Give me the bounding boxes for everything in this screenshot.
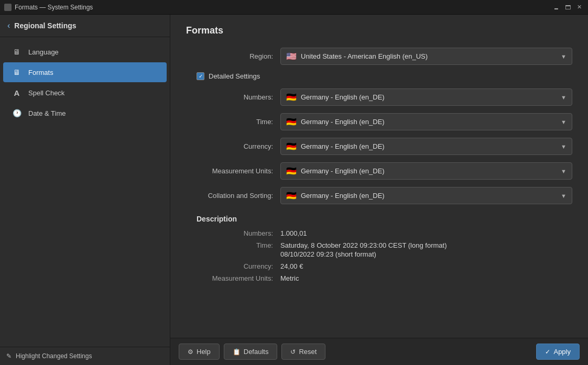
apply-label: Apply [553,348,571,356]
help-icon: ⚙ [188,348,193,356]
desc-numbers-value: 1.000,01 [280,229,572,237]
numbers-dropdown[interactable]: 🇩🇪 Germany - English (en_DE) ▼ [280,89,572,106]
apply-button[interactable]: ✓ Apply [536,344,580,360]
description-section: Description Numbers: 1.000,01 Time: Satu… [186,215,572,282]
desc-currency-value: 24,00 € [280,262,572,270]
collation-sorting-row: Collation and Sorting: 🇩🇪 Germany - Engl… [186,187,572,204]
defaults-label: Defaults [244,348,269,356]
language-icon: 🖥 [12,47,22,57]
currency-dropdown[interactable]: 🇩🇪 Germany - English (en_DE) ▼ [280,138,572,155]
currency-control: 🇩🇪 Germany - English (en_DE) ▼ [280,138,572,155]
reset-label: Reset [299,348,317,356]
collation-sorting-dropdown-left: 🇩🇪 Germany - English (en_DE) [286,191,385,201]
titlebar: Formats — System Settings 🗕 🗖 ✕ [0,0,588,15]
date-time-icon: 🕐 [12,108,22,118]
maximize-button[interactable]: 🗖 [563,3,572,12]
numbers-dropdown-text: Germany - English (en_DE) [301,93,385,101]
time-dropdown-left: 🇩🇪 Germany - English (en_DE) [286,117,385,127]
apply-icon: ✓ [545,348,550,356]
desc-numbers-label: Numbers: [186,229,280,237]
currency-dropdown-left: 🇩🇪 Germany - English (en_DE) [286,141,385,151]
titlebar-controls: 🗕 🗖 ✕ [551,3,584,12]
measurement-units-dropdown[interactable]: 🇩🇪 Germany - English (en_DE) ▼ [280,162,572,180]
numbers-control: 🇩🇪 Germany - English (en_DE) ▼ [280,89,572,106]
collation-sorting-dropdown-text: Germany - English (en_DE) [301,192,385,200]
currency-row: Currency: 🇩🇪 Germany - English (en_DE) ▼ [186,138,572,155]
numbers-label: Numbers: [186,93,280,101]
sidebar-title: Regional Settings [14,21,76,30]
help-button[interactable]: ⚙ Help [179,344,220,360]
collation-sorting-control: 🇩🇪 Germany - English (en_DE) ▼ [280,187,572,204]
numbers-flag: 🇩🇪 [286,92,297,102]
content-area: Formats Region: 🇺🇸 United States - Ameri… [170,15,588,365]
help-label: Help [197,348,211,356]
desc-numbers-row: Numbers: 1.000,01 [186,229,572,237]
app-icon [4,4,12,11]
reset-icon: ↺ [290,348,296,356]
region-chevron-icon: ▼ [561,53,567,60]
region-dropdown-left: 🇺🇸 United States - American English (en_… [286,51,428,61]
region-dropdown-text: United States - American English (en_US) [301,52,428,60]
sidebar: ‹ Regional Settings 🖥 Language 🖥 Formats… [0,15,170,365]
titlebar-left: Formats — System Settings [4,4,93,11]
sidebar-item-date-time[interactable]: 🕐 Date & Time [3,103,167,123]
spell-check-icon: A [12,87,22,98]
region-flag: 🇺🇸 [286,51,297,61]
measurement-units-control: 🇩🇪 Germany - English (en_DE) ▼ [280,162,572,180]
collation-sorting-chevron-icon: ▼ [561,193,567,199]
currency-flag: 🇩🇪 [286,141,297,151]
region-row: Region: 🇺🇸 United States - American Engl… [186,48,572,65]
collation-sorting-label: Collation and Sorting: [186,192,280,200]
time-control: 🇩🇪 Germany - English (en_DE) ▼ [280,113,572,130]
desc-currency-row: Currency: 24,00 € [186,262,572,270]
collation-sorting-dropdown[interactable]: 🇩🇪 Germany - English (en_DE) ▼ [280,187,572,204]
time-flag: 🇩🇪 [286,117,297,127]
measurement-units-label: Measurement Units: [186,167,280,175]
formats-icon: 🖥 [12,67,22,78]
measurement-units-chevron-icon: ▼ [561,168,567,174]
numbers-row: Numbers: 🇩🇪 Germany - English (en_DE) ▼ [186,89,572,106]
time-label: Time: [186,118,280,126]
desc-time-value: Saturday, 8 October 2022 09:23:00 CEST (… [280,241,572,258]
page-title: Formats [186,25,572,36]
time-row: Time: 🇩🇪 Germany - English (en_DE) ▼ [186,113,572,130]
detailed-settings-label: Detailed Settings [209,72,260,80]
defaults-button[interactable]: 📋 Defaults [224,344,278,360]
desc-measurement-row: Measurement Units: Metric [186,274,572,282]
collation-sorting-flag: 🇩🇪 [286,191,297,201]
titlebar-title: Formats — System Settings [15,4,93,11]
sidebar-item-label-date-time: Date & Time [28,109,66,117]
sidebar-item-label-language: Language [28,48,59,56]
desc-measurement-label: Measurement Units: [186,274,280,282]
description-title: Description [197,215,572,223]
sidebar-item-language[interactable]: 🖥 Language [3,42,167,62]
numbers-chevron-icon: ▼ [561,94,567,101]
numbers-dropdown-left: 🇩🇪 Germany - English (en_DE) [286,92,385,102]
desc-measurement-value: Metric [280,274,572,282]
time-dropdown[interactable]: 🇩🇪 Germany - English (en_DE) ▼ [280,113,572,130]
close-button[interactable]: ✕ [574,3,584,12]
measurement-units-dropdown-text: Germany - English (en_DE) [301,167,385,175]
measurement-units-row: Measurement Units: 🇩🇪 Germany - English … [186,162,572,180]
desc-time-short: 08/10/2022 09:23 (short format) [280,250,572,258]
desc-currency-label: Currency: [186,262,280,270]
time-dropdown-text: Germany - English (en_DE) [301,118,385,126]
sidebar-item-spell-check[interactable]: A Spell Check [3,83,167,103]
pencil-icon: ✎ [6,352,12,360]
desc-time-label: Time: [186,241,280,258]
minimize-button[interactable]: 🗕 [551,3,561,12]
region-dropdown[interactable]: 🇺🇸 United States - American English (en_… [280,48,572,65]
sidebar-item-formats[interactable]: 🖥 Formats [3,62,167,82]
measurement-units-dropdown-left: 🇩🇪 Germany - English (en_DE) [286,166,385,176]
time-chevron-icon: ▼ [561,119,567,125]
detailed-settings-checkbox[interactable]: ✓ [197,72,204,80]
region-label: Region: [186,52,280,60]
highlight-changed-settings-button[interactable]: ✎ Highlight Changed Settings [0,347,170,365]
sidebar-item-label-spell-check: Spell Check [28,89,64,97]
region-control: 🇺🇸 United States - American English (en_… [280,48,572,65]
desc-time-long: Saturday, 8 October 2022 09:23:00 CEST (… [280,241,572,249]
highlight-changed-settings-label: Highlight Changed Settings [16,352,92,360]
app-container: ‹ Regional Settings 🖥 Language 🖥 Formats… [0,15,588,365]
reset-button[interactable]: ↺ Reset [281,344,325,360]
back-button[interactable]: ‹ [7,21,10,30]
